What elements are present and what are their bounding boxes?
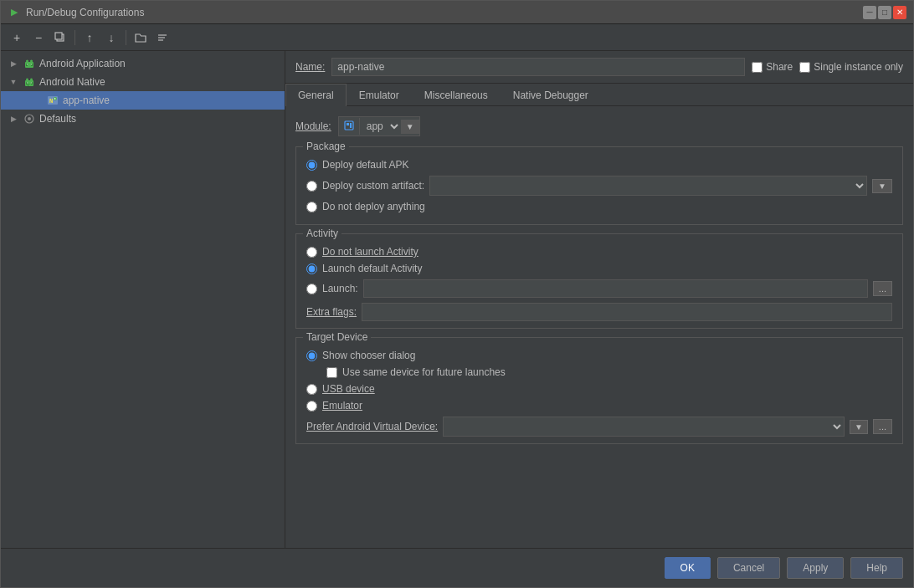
deploy-custom-radio[interactable] (306, 181, 317, 192)
folder-button[interactable] (131, 28, 150, 47)
move-up-button[interactable]: ↑ (80, 28, 99, 47)
artifact-select[interactable] (429, 176, 867, 196)
sidebar-item-android-application[interactable]: ▶ Android Application (1, 54, 285, 73)
deploy-default-option[interactable]: Deploy default APK (306, 159, 892, 171)
package-section: Package Deploy default APK Deploy custom… (295, 146, 903, 225)
module-row: Module: app ▼ (295, 116, 903, 136)
usb-device-option[interactable]: USB device (306, 383, 892, 395)
expand-arrow: ▶ (8, 58, 19, 69)
module-icon (339, 118, 360, 135)
svg-rect-27 (347, 123, 349, 125)
tab-emulator[interactable]: Emulator (347, 84, 412, 106)
expand-arrow-defaults: ▶ (8, 113, 19, 125)
prefer-avd-label: Prefer Android Virtual Device: (306, 421, 438, 432)
extra-flags-input[interactable] (362, 303, 892, 321)
separator-1 (74, 30, 75, 45)
move-down-button[interactable]: ↓ (102, 28, 121, 47)
module-select[interactable]: app (360, 117, 401, 135)
name-input[interactable] (331, 58, 745, 76)
svg-point-11 (31, 64, 33, 65)
sidebar-item-app-native[interactable]: N app-native (1, 91, 285, 110)
apply-button[interactable]: Apply (787, 557, 844, 579)
show-chooser-option[interactable]: Show chooser dialog (306, 350, 892, 361)
prefer-avd-dropdown-button[interactable]: ▼ (850, 420, 868, 434)
share-checkbox-label[interactable]: Share (752, 61, 793, 73)
add-button[interactable]: + (8, 28, 26, 47)
svg-point-18 (31, 82, 33, 84)
main-content: ▶ Android Application ▼ (1, 51, 913, 548)
target-device-section-body: Show chooser dialog Use same device for … (296, 338, 902, 443)
svg-point-25 (28, 117, 31, 120)
share-checkbox[interactable] (752, 62, 763, 73)
show-chooser-label: Show chooser dialog (322, 350, 415, 361)
show-chooser-radio[interactable] (306, 350, 317, 361)
tab-miscellaneous[interactable]: Miscellaneous (412, 84, 501, 106)
defaults-icon (23, 112, 36, 125)
cancel-button[interactable]: Cancel (717, 557, 780, 579)
do-not-launch-label: Do not launch Activity (322, 246, 418, 258)
svg-rect-1 (55, 33, 62, 39)
launch-custom-row: Launch: ... (306, 279, 892, 298)
separator-2 (126, 30, 126, 45)
launch-default-radio[interactable] (306, 263, 317, 274)
svg-point-6 (26, 60, 28, 63)
module-select-container: app ▼ (338, 116, 420, 136)
sidebar: ▶ Android Application ▼ (1, 51, 285, 548)
help-button[interactable]: Help (850, 557, 903, 579)
tab-native-debugger[interactable]: Native Debugger (501, 84, 601, 106)
android-native-icon: C (23, 75, 36, 89)
deploy-custom-label: Deploy custom artifact: (322, 180, 424, 192)
tab-content-general: Module: app ▼ (285, 106, 913, 548)
usb-device-label: USB device (322, 383, 375, 395)
tab-general[interactable]: General (285, 84, 347, 106)
launch-default-label: Launch default Activity (322, 263, 422, 274)
sidebar-item-label-android-application: Android Application (39, 58, 126, 69)
copy-button[interactable] (51, 28, 69, 47)
titlebar: ▶ Run/Debug Configurations ─ □ ✕ (1, 1, 913, 24)
launch-default-option[interactable]: Launch default Activity (306, 263, 892, 274)
sidebar-item-android-native[interactable]: ▼ C Android Native (1, 73, 285, 91)
package-section-title: Package (303, 141, 349, 152)
launch-custom-radio[interactable] (306, 284, 317, 294)
artifact-dropdown-button[interactable]: ▼ (872, 179, 892, 193)
use-same-device-checkbox[interactable] (326, 367, 337, 378)
android-application-icon (23, 57, 36, 70)
ok-button[interactable]: OK (665, 557, 711, 579)
single-instance-checkbox[interactable] (799, 62, 810, 73)
close-button[interactable]: ✕ (893, 6, 906, 19)
toolbar: + − ↑ ↓ (1, 24, 913, 51)
single-instance-checkbox-label[interactable]: Single instance only (799, 61, 903, 73)
launch-ellipsis-button[interactable]: ... (873, 281, 892, 296)
use-same-device-option[interactable]: Use same device for future launches (306, 366, 892, 378)
prefer-avd-select[interactable] (443, 417, 845, 437)
target-device-section-title: Target Device (303, 331, 371, 343)
prefer-avd-ellipsis-button[interactable]: ... (873, 419, 892, 434)
activity-section: Activity Do not launch Activity Launch d… (295, 233, 903, 329)
do-not-deploy-radio[interactable] (306, 202, 317, 212)
maximize-button[interactable]: □ (878, 6, 891, 19)
single-instance-label: Single instance only (814, 61, 903, 73)
right-panel: Name: Share Single instance only General… (285, 51, 913, 548)
do-not-launch-option[interactable]: Do not launch Activity (306, 246, 892, 258)
svg-point-7 (30, 60, 33, 63)
do-not-deploy-option[interactable]: Do not deploy anything (306, 201, 892, 212)
deploy-default-radio[interactable] (306, 160, 317, 171)
svg-point-13 (26, 79, 28, 81)
emulator-option[interactable]: Emulator (306, 400, 892, 412)
remove-button[interactable]: − (29, 28, 48, 47)
name-row: Name: Share Single instance only (285, 51, 913, 84)
sort-button[interactable] (153, 28, 172, 47)
do-not-deploy-label: Do not deploy anything (322, 201, 425, 212)
usb-device-radio[interactable] (306, 384, 317, 395)
extra-flags-row: Extra flags: (306, 303, 892, 321)
do-not-launch-radio[interactable] (306, 247, 317, 258)
launch-input[interactable] (363, 279, 868, 298)
titlebar-controls: ─ □ ✕ (863, 6, 906, 19)
emulator-radio[interactable] (306, 401, 317, 412)
sidebar-item-defaults[interactable]: ▶ Defaults (1, 110, 285, 128)
package-section-body: Deploy default APK Deploy custom artifac… (296, 147, 902, 224)
module-dropdown-button[interactable]: ▼ (401, 120, 419, 134)
launch-custom-label: Launch: (322, 283, 358, 294)
minimize-button[interactable]: ─ (863, 6, 876, 19)
share-label: Share (766, 61, 793, 73)
